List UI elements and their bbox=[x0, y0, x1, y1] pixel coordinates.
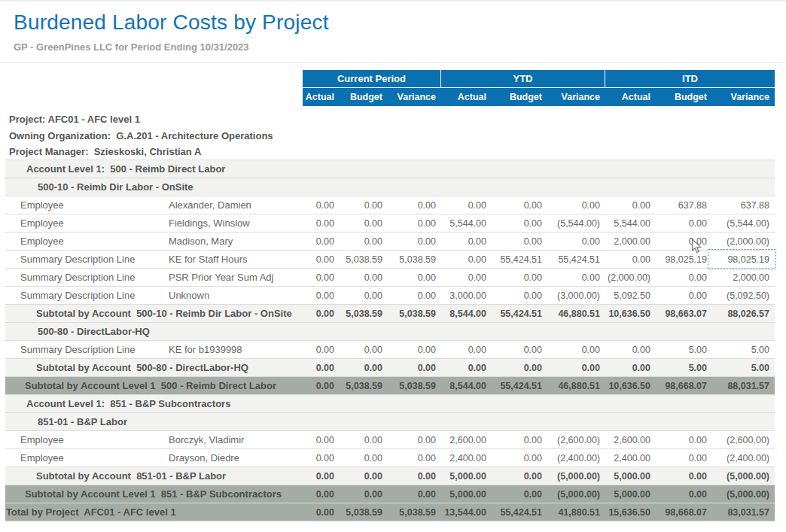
value-cell[interactable]: 0.00 bbox=[653, 269, 709, 286]
value-cell[interactable]: 10,636.50 bbox=[605, 305, 653, 322]
value-cell[interactable]: (5,000.00) bbox=[709, 467, 775, 485]
value-cell[interactable]: 0.00 bbox=[303, 431, 337, 448]
value-cell[interactable]: 637.88 bbox=[709, 196, 775, 214]
value-cell[interactable]: 5.00 bbox=[653, 359, 709, 376]
value-cell[interactable]: 0.00 bbox=[489, 214, 544, 232]
value-cell[interactable]: 10,636.50 bbox=[605, 377, 653, 394]
value-cell[interactable]: 0.00 bbox=[303, 196, 337, 214]
value-cell[interactable]: 0.00 bbox=[303, 214, 337, 232]
value-cell[interactable]: 0.00 bbox=[489, 233, 544, 250]
value-cell[interactable]: 98,668.07 bbox=[653, 503, 709, 521]
value-cell[interactable]: (2,600.00) bbox=[544, 431, 605, 448]
value-cell[interactable]: 2,400.00 bbox=[441, 449, 489, 467]
value-cell[interactable]: 0.00 bbox=[385, 359, 441, 376]
value-cell[interactable]: (5,000.00) bbox=[544, 485, 605, 503]
value-cell[interactable]: (2,400.00) bbox=[709, 449, 775, 467]
value-cell[interactable]: (2,400.00) bbox=[544, 449, 605, 467]
value-cell[interactable]: 3,000.00 bbox=[441, 287, 489, 304]
value-cell[interactable]: 0.00 bbox=[337, 449, 385, 467]
value-cell[interactable]: 0.00 bbox=[385, 233, 441, 250]
value-cell[interactable]: 0.00 bbox=[337, 341, 385, 358]
value-cell[interactable]: (5,544.00) bbox=[709, 214, 775, 232]
value-cell[interactable]: 0.00 bbox=[303, 377, 337, 394]
value-cell[interactable]: 0.00 bbox=[337, 485, 385, 503]
value-cell[interactable]: 0.00 bbox=[337, 431, 385, 448]
value-cell[interactable]: (3,000.00) bbox=[544, 287, 605, 304]
value-cell[interactable]: 0.00 bbox=[544, 359, 605, 376]
value-cell[interactable]: 0.00 bbox=[337, 214, 385, 232]
value-cell[interactable]: (2,000.00) bbox=[709, 233, 775, 250]
value-cell[interactable]: 5.00 bbox=[709, 341, 775, 358]
value-cell[interactable]: 0.00 bbox=[337, 269, 385, 286]
value-cell[interactable]: 0.00 bbox=[441, 251, 489, 268]
value-cell[interactable]: 0.00 bbox=[303, 305, 337, 322]
value-cell[interactable]: 2,600.00 bbox=[605, 431, 653, 448]
value-cell[interactable]: 0.00 bbox=[441, 196, 489, 214]
value-cell[interactable]: 88,031.57 bbox=[709, 377, 775, 394]
value-cell[interactable]: 0.00 bbox=[303, 287, 337, 304]
value-cell[interactable]: 0.00 bbox=[303, 503, 337, 521]
value-cell[interactable]: 0.00 bbox=[489, 341, 544, 358]
value-cell[interactable]: 0.00 bbox=[653, 431, 709, 448]
value-cell[interactable]: 15,636.50 bbox=[605, 503, 653, 521]
value-cell[interactable]: 5,038.59 bbox=[337, 377, 385, 394]
value-cell[interactable]: 0.00 bbox=[337, 467, 385, 485]
value-cell[interactable]: 98,025.19 bbox=[709, 251, 775, 268]
value-cell[interactable]: 46,880.51 bbox=[544, 305, 605, 322]
value-cell[interactable]: 0.00 bbox=[385, 431, 441, 448]
value-cell[interactable]: 5,000.00 bbox=[441, 467, 489, 485]
value-cell[interactable]: 0.00 bbox=[303, 233, 337, 250]
value-cell[interactable]: 13,544.00 bbox=[441, 503, 489, 521]
value-cell[interactable]: 0.00 bbox=[441, 341, 489, 358]
value-cell[interactable]: 0.00 bbox=[653, 287, 709, 304]
value-cell[interactable]: 88,026.57 bbox=[709, 305, 775, 322]
value-cell[interactable]: 0.00 bbox=[653, 467, 709, 485]
value-cell[interactable]: 41,880.51 bbox=[544, 503, 605, 521]
value-cell[interactable]: 5,038.59 bbox=[385, 503, 441, 521]
value-cell[interactable]: 0.00 bbox=[303, 359, 337, 376]
value-cell[interactable]: 5,092.50 bbox=[605, 287, 653, 304]
value-cell[interactable]: 5,038.59 bbox=[337, 251, 385, 268]
value-cell[interactable]: 0.00 bbox=[653, 449, 709, 467]
value-cell[interactable]: (2,000.00) bbox=[605, 269, 653, 286]
value-cell[interactable]: 2,400.00 bbox=[605, 449, 653, 467]
value-cell[interactable]: 0.00 bbox=[337, 233, 385, 250]
value-cell[interactable]: (2,600.00) bbox=[709, 431, 775, 448]
value-cell[interactable]: 5,038.59 bbox=[337, 503, 385, 521]
value-cell[interactable]: 5,038.59 bbox=[385, 305, 441, 322]
value-cell[interactable]: 5,000.00 bbox=[441, 485, 489, 503]
value-cell[interactable]: 2,000.00 bbox=[709, 269, 775, 286]
value-cell[interactable]: 5,000.00 bbox=[605, 467, 653, 485]
value-cell[interactable]: 8,544.00 bbox=[441, 377, 489, 394]
value-cell[interactable]: 0.00 bbox=[605, 196, 653, 214]
value-cell[interactable]: 0.00 bbox=[653, 485, 709, 503]
value-cell[interactable]: 0.00 bbox=[303, 269, 337, 286]
value-cell[interactable]: 5,000.00 bbox=[605, 485, 653, 503]
value-cell[interactable]: 0.00 bbox=[489, 431, 544, 448]
value-cell[interactable]: 0.00 bbox=[605, 341, 653, 358]
value-cell[interactable]: 0.00 bbox=[653, 233, 709, 250]
value-cell[interactable]: 0.00 bbox=[385, 341, 441, 358]
value-cell[interactable]: 0.00 bbox=[489, 449, 544, 467]
value-cell[interactable]: 0.00 bbox=[385, 214, 441, 232]
value-cell[interactable]: 0.00 bbox=[385, 269, 441, 286]
value-cell[interactable]: 0.00 bbox=[385, 449, 441, 467]
value-cell[interactable]: 46,880.51 bbox=[544, 377, 605, 394]
value-cell[interactable]: 8,544.00 bbox=[441, 305, 489, 322]
value-cell[interactable]: 2,000.00 bbox=[605, 233, 653, 250]
value-cell[interactable]: 0.00 bbox=[385, 467, 441, 485]
value-cell[interactable]: 0.00 bbox=[489, 359, 544, 376]
value-cell[interactable]: 0.00 bbox=[489, 467, 544, 485]
value-cell[interactable]: 0.00 bbox=[337, 196, 385, 214]
value-cell[interactable]: 0.00 bbox=[303, 485, 337, 503]
value-cell[interactable]: 0.00 bbox=[653, 214, 709, 232]
value-cell[interactable]: 0.00 bbox=[489, 485, 544, 503]
value-cell[interactable]: 0.00 bbox=[441, 233, 489, 250]
value-cell[interactable]: 5,038.59 bbox=[337, 305, 385, 322]
value-cell[interactable]: 55,424.51 bbox=[489, 503, 544, 521]
value-cell[interactable]: 55,424.51 bbox=[544, 251, 605, 268]
value-cell[interactable]: 5,544.00 bbox=[441, 214, 489, 232]
value-cell[interactable]: 0.00 bbox=[303, 251, 337, 268]
value-cell[interactable]: 0.00 bbox=[385, 287, 441, 304]
value-cell[interactable]: 5,038.59 bbox=[385, 251, 441, 268]
